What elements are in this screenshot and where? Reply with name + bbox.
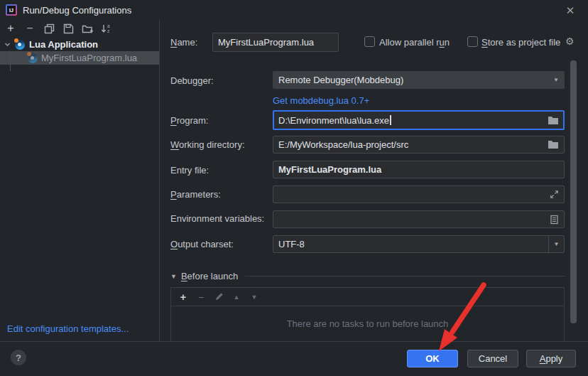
entry-file-label: Entry file: xyxy=(170,165,209,176)
sort-alphabetically-icon[interactable]: az xyxy=(100,22,113,35)
help-button[interactable]: ? xyxy=(11,350,26,365)
before-launch-toolbar: + − ▲ ▼ xyxy=(171,288,564,306)
vertical-scrollbar[interactable] xyxy=(570,60,577,323)
gear-icon[interactable]: ⚙ xyxy=(565,36,575,47)
allow-parallel-run-label[interactable]: Allow parallel run xyxy=(379,37,450,48)
no-tasks-message: There are no tasks to run before launch xyxy=(171,306,564,341)
parameters-label: Parameters: xyxy=(170,189,221,200)
svg-text:a: a xyxy=(107,23,110,28)
collapse-triangle-icon[interactable]: ▼ xyxy=(170,273,177,280)
tree-item-label: Lua Application xyxy=(29,39,98,50)
name-input[interactable]: MyFirstLuaProgram.lua xyxy=(212,33,339,52)
move-up-icon[interactable]: ▲ xyxy=(232,292,241,302)
edit-task-icon[interactable] xyxy=(214,292,224,302)
working-directory-label: Working directory: xyxy=(170,139,245,150)
parameters-input[interactable] xyxy=(273,186,565,203)
svg-text:z: z xyxy=(107,28,109,33)
cancel-button[interactable]: Cancel xyxy=(467,350,518,367)
tree-item-myfirstluaprogram[interactable]: MyFirstLuaProgram.lua xyxy=(0,51,159,65)
tree-item-lua-application[interactable]: Lua Application xyxy=(0,38,159,51)
lua-application-icon xyxy=(15,39,26,50)
tree-item-label: MyFirstLuaProgram.lua xyxy=(41,53,137,63)
run-debug-configurations-dialog: IJ Run/Debug Configurations ✕ + − az Lua… xyxy=(0,0,588,376)
allow-parallel-run-checkbox[interactable] xyxy=(364,36,375,47)
chevron-down-icon: ▼ xyxy=(553,77,559,83)
program-label: Program: xyxy=(170,115,208,126)
edit-variables-icon[interactable] xyxy=(550,215,559,225)
lua-file-icon xyxy=(28,53,38,63)
get-mobdebug-link[interactable]: Get mobdebug.lua 0.7+ xyxy=(273,95,369,106)
program-input[interactable]: D:\Environment\lua\lua.exe xyxy=(273,110,565,130)
browse-folder-icon[interactable] xyxy=(548,116,559,125)
copy-configuration-icon[interactable] xyxy=(43,22,55,35)
sidebar-toolbar: + − az xyxy=(4,22,113,35)
environment-variables-input[interactable] xyxy=(273,210,565,228)
dialog-title: Run/Debug Configurations xyxy=(23,5,131,16)
entry-file-input[interactable]: MyFirstLuaProgram.lua xyxy=(273,161,565,178)
before-launch-tasks-panel: + − ▲ ▼ There are no tasks to run before… xyxy=(170,287,565,342)
before-launch-label: Before launch xyxy=(181,271,238,281)
ok-button[interactable]: OK xyxy=(407,350,458,367)
output-charset-label: Output charset: xyxy=(170,239,234,249)
output-charset-select[interactable]: UTF-8 ▼ xyxy=(273,235,565,253)
browse-folder-icon[interactable] xyxy=(548,140,559,149)
intellij-logo-icon: IJ xyxy=(6,4,17,16)
footer-divider xyxy=(0,341,588,342)
edit-configuration-templates-link[interactable]: Edit configuration templates... xyxy=(7,323,129,334)
chevron-down-icon: ▼ xyxy=(548,236,564,252)
before-launch-header[interactable]: ▼ Before launch xyxy=(170,271,565,281)
move-down-icon[interactable]: ▼ xyxy=(249,292,259,302)
chevron-down-icon[interactable] xyxy=(4,41,11,48)
debugger-select[interactable]: Remote Debugger(Mobdebug) ▼ xyxy=(273,71,565,89)
apply-button[interactable]: Apply xyxy=(526,350,576,367)
section-rule xyxy=(245,276,565,276)
environment-variables-label: Environment variables: xyxy=(170,213,264,224)
remove-task-icon[interactable]: − xyxy=(196,292,206,302)
remove-configuration-icon[interactable]: − xyxy=(23,22,36,35)
close-icon[interactable]: ✕ xyxy=(562,3,578,18)
add-configuration-icon[interactable]: + xyxy=(4,22,17,35)
working-directory-input[interactable]: E:/MyWorkspace/lua-project/src xyxy=(273,136,565,154)
save-configuration-icon[interactable] xyxy=(62,22,75,35)
store-as-project-file-checkbox[interactable] xyxy=(467,36,478,47)
add-task-icon[interactable]: + xyxy=(178,292,188,302)
debugger-label: Debugger: xyxy=(170,75,214,86)
tree-indent-guide xyxy=(10,51,11,71)
name-label: Name: xyxy=(170,37,197,48)
new-folder-icon[interactable] xyxy=(81,22,94,35)
sidebar-divider xyxy=(159,20,160,341)
expand-icon[interactable] xyxy=(550,190,559,199)
text-caret xyxy=(390,115,391,125)
store-as-project-file-label[interactable]: Store as project file xyxy=(481,37,560,48)
